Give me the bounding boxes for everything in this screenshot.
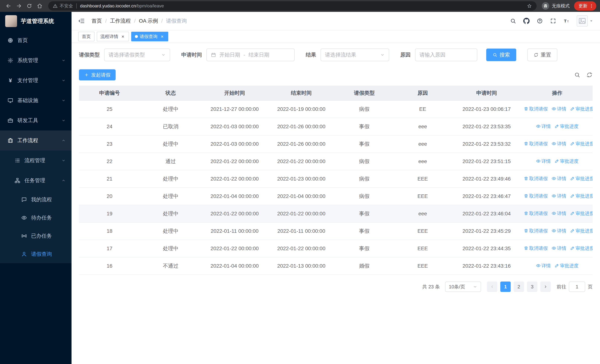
cancel-action-link[interactable]: 取消请假 [524,210,548,216]
cell-id: 18 [79,222,140,240]
detail-action-link[interactable]: 详情 [552,228,566,234]
progress-action-link[interactable]: 审批进度 [570,245,593,251]
toggle-search-icon[interactable] [574,72,580,78]
trash-icon [524,194,528,198]
prev-page-button[interactable] [487,281,497,292]
cell-reason: eee [394,118,451,135]
result-select[interactable]: 请选择流结果 [320,48,389,61]
sidebar-fold-button[interactable] [78,18,85,24]
user-avatar-menu[interactable] [577,15,593,27]
refresh-table-icon[interactable] [586,72,593,78]
active-tab-dot [135,35,138,38]
page-size-select[interactable]: 10条/页 [445,281,481,292]
incognito-glyph [543,3,548,8]
search-icon[interactable] [510,18,516,24]
detail-action-link[interactable]: 详情 [536,158,551,164]
progress-action-link[interactable]: 审批进度 [554,263,579,269]
leave-type-select[interactable]: 请选择请假类型 [104,48,170,61]
cell-id: 19 [79,205,140,222]
sidebar-item-infra[interactable]: 基础设施 [0,90,72,111]
action-label: 审批进度 [576,210,593,216]
browser-home-button[interactable] [35,1,45,11]
cancel-action-link[interactable]: 取消请假 [524,245,548,251]
sidebar-item-done-tasks[interactable]: 已办任务 [0,227,72,245]
progress-action-link[interactable]: 审批进度 [570,176,593,182]
tab-close-icon[interactable]: × [121,34,125,39]
sidebar-item-leave-query[interactable]: 请假查询 [0,245,72,263]
browser-update-button[interactable]: 更新 [574,1,596,10]
chevron-down-icon [161,53,166,57]
tab-process-detail[interactable]: 流程详情× [97,32,129,41]
detail-action-link[interactable]: 详情 [552,106,566,112]
breadcrumb-item[interactable]: 工作流程 [110,18,131,24]
bookmark-star-icon[interactable] [527,3,532,9]
next-page-button[interactable] [540,281,551,292]
cancel-action-link[interactable]: 取消请假 [524,106,548,112]
browser-forward-button[interactable] [14,1,24,11]
progress-action-link[interactable]: 审批进度 [570,106,593,112]
progress-action-link[interactable]: 审批进度 [570,228,593,234]
progress-action-link[interactable]: 审批进度 [570,141,593,147]
action-label: 详情 [557,245,566,251]
help-icon[interactable] [537,18,543,24]
app-logo-row[interactable]: 芋道管理系统 [0,12,72,30]
search-button[interactable]: 搜索 [486,48,516,61]
detail-action-link[interactable]: 详情 [552,210,566,216]
detail-action-link[interactable]: 详情 [552,193,566,199]
progress-action-link[interactable]: 审批进度 [554,158,579,164]
tab-close-icon[interactable]: × [160,34,165,39]
sidebar-item-payment[interactable]: ¥支付管理 [0,70,72,90]
cancel-action-link[interactable]: 取消请假 [524,176,548,182]
sidebar-item-my-process[interactable]: 我的流程 [0,191,72,209]
cancel-action-link[interactable]: 取消请假 [524,228,548,234]
breadcrumb-item[interactable]: 首页 [92,18,102,24]
cancel-action-link[interactable]: 取消请假 [524,193,548,199]
url-bar[interactable]: 不安全 dashboard.yudao.iocoder.cn/bpm/oa/le… [48,1,537,10]
sidebar-item-label: 请假查询 [31,251,66,258]
page-3-button[interactable]: 3 [527,281,537,292]
detail-action-link[interactable]: 详情 [536,123,551,129]
browser-back-button[interactable] [4,1,13,11]
detail-action-link[interactable]: 详情 [552,176,566,182]
browser-reload-button[interactable] [24,1,34,11]
page-2-button[interactable]: 2 [514,281,524,292]
cell-end: 2022-01-04 00:00:00 [268,187,335,205]
reset-button[interactable]: 重置 [527,48,557,61]
sidebar-item-system[interactable]: 系统管理 [0,50,72,70]
sidebar-item-home[interactable]: 首页 [0,30,72,50]
github-icon[interactable] [523,18,530,24]
goto-page-input[interactable] [569,281,585,292]
detail-action-link[interactable]: 详情 [552,141,566,147]
tab-home[interactable]: 首页 [78,32,94,41]
detail-action-link[interactable]: 详情 [552,245,566,251]
sidebar-item-task-mgmt[interactable]: 任务管理 [0,170,72,191]
sidebar-item-todo-tasks[interactable]: 待办任务 [0,209,72,227]
sidebar-item-devtools[interactable]: 研发工具 [0,111,72,131]
sidebar-item-workflow[interactable]: 工作流程 [0,131,72,150]
page-suffix-label: 页 [588,284,593,290]
progress-action-link[interactable]: 审批进度 [570,193,593,199]
create-leave-button[interactable]: 发起请假 [79,69,116,80]
avatar-image-icon [578,17,586,25]
cell-status: 处理中 [140,170,201,187]
edit-icon [570,228,575,233]
cancel-action-link[interactable]: 取消请假 [524,141,548,147]
sidebar-item-process-mgmt[interactable]: 流程管理 [0,150,72,170]
fullscreen-icon[interactable] [550,18,556,24]
reason-input[interactable] [415,48,477,61]
progress-action-link[interactable]: 审批进度 [554,123,579,129]
screen: 不安全 dashboard.yudao.iocoder.cn/bpm/oa/le… [0,0,600,364]
browser-menu-dots-icon[interactable] [589,3,594,9]
url-path: /bpm/oa/leave [136,3,164,8]
apply-time-range-picker[interactable]: 开始日期 - 结束日期 [206,48,295,61]
sidebar-item-label: 系统管理 [18,57,62,64]
tab-leave-query[interactable]: 请假查询× [131,32,168,41]
breadcrumb-item[interactable]: OA 示例 [139,18,158,24]
progress-action-link[interactable]: 审批进度 [570,210,593,216]
page-1-button[interactable]: 1 [500,281,511,292]
total-count-label: 共 23 条 [422,284,440,290]
font-size-icon[interactable]: TT [563,18,570,24]
detail-action-link[interactable]: 详情 [536,263,551,269]
page-size-value: 10条/页 [449,284,465,290]
yen-icon: ¥ [7,77,13,84]
